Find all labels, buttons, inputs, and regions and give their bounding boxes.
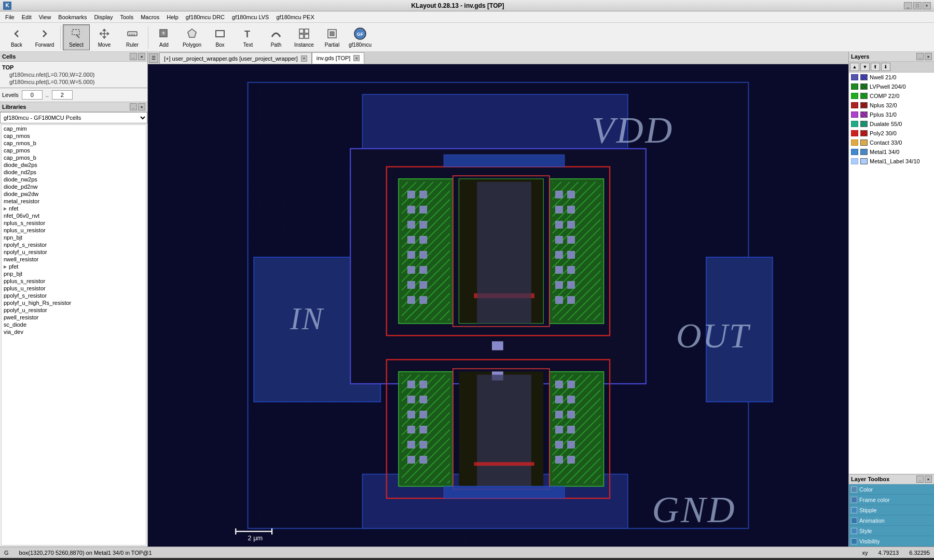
menu-view[interactable]: View [36,13,54,21]
menu-lvs[interactable]: gf180mcu LVS [229,13,272,21]
partial-button[interactable]: Partial [319,24,346,50]
libraries-minimize-button[interactable]: _ [130,103,137,110]
back-button[interactable]: Back [3,24,30,50]
add-button[interactable]: + Add [150,24,177,50]
text-button[interactable]: T Text [235,24,262,50]
list-item[interactable]: ppolyf_u_resistor [2,306,146,314]
list-item[interactable]: diode_nd2ps [2,169,146,176]
layer-toolbox-close-button[interactable]: × [925,475,932,483]
list-item[interactable]: nfet_06v0_nvt [2,212,146,219]
list-item[interactable]: npolyf_u_resistor [2,248,146,256]
close-button[interactable]: × [923,2,931,9]
layer-tool-animation[interactable]: Animation [849,515,934,526]
select-button[interactable]: Select [63,24,90,50]
cell-top[interactable]: TOP [2,64,145,71]
layer-nplus[interactable]: Nplus 32/0 [849,101,934,110]
list-item[interactable]: pwell_resistor [2,314,146,321]
box-button[interactable]: Box [207,24,233,50]
move-button[interactable]: Move [91,24,118,50]
list-item[interactable]: via_dev [2,328,146,335]
list-item-nfet[interactable]: nfet [2,205,146,212]
layers-close-button[interactable]: × [925,53,932,60]
menu-macros[interactable]: Macros [138,13,162,21]
list-item[interactable]: npn_bjt [2,234,146,241]
list-item[interactable]: metal_resistor [2,198,146,205]
cell-pfet[interactable]: gf180mcu.pfet(L=0.700,W=5.000) [2,78,145,86]
list-item[interactable]: diode_nw2ps [2,176,146,183]
list-item[interactable]: pplus_u_resistor [2,285,146,292]
menu-display[interactable]: Display [91,13,116,21]
list-item[interactable]: npolyf_s_resistor [2,241,146,248]
layer-bottom-button[interactable]: ⬇ [881,63,890,71]
levels-to-input[interactable] [52,90,73,100]
list-item[interactable]: nplus_u_resistor [2,227,146,234]
layers-minimize-button[interactable]: _ [916,53,924,60]
tab-close-inv[interactable]: × [353,55,360,61]
list-item[interactable]: diode_dw2ps [2,161,146,169]
menu-drc[interactable]: gf180mcu DRC [183,13,228,21]
list-item[interactable]: sc_diode [2,321,146,328]
list-item[interactable]: ppolyf_u_high_Rs_resistor [2,299,146,306]
path-label: Path [271,42,282,48]
libraries-header: Libraries _ × [0,102,147,112]
menu-pex[interactable]: gf180mcu PEX [273,13,317,21]
layer-up-button[interactable]: ▲ [850,63,859,71]
list-item[interactable]: pnp_bjt [2,270,146,277]
layer-dualate[interactable]: Dualate 55/0 [849,119,934,129]
tab-close-wrapper[interactable]: × [301,55,307,62]
list-item[interactable]: cap_mim [2,125,146,132]
list-item-pfet[interactable]: pfet [2,263,146,270]
layer-poly2[interactable]: Poly2 30/0 [849,129,934,138]
list-item[interactable]: diode_pd2nw [2,183,146,190]
layer-metal1[interactable]: Metal1 34/0 [849,147,934,157]
gf180mcu-button[interactable]: GF gf180mcu [347,24,374,50]
layer-nwell[interactable]: Nwell 21/0 [849,73,934,82]
menu-edit[interactable]: Edit [19,13,35,21]
gds-canvas[interactable]: IN OUT VDD GND 2 μm [148,64,848,547]
forward-button[interactable]: Forward [31,24,58,50]
minimize-button[interactable]: _ [904,2,912,9]
menu-file[interactable]: File [2,13,18,21]
list-item[interactable]: cap_pmos_b [2,154,146,161]
layer-down-button[interactable]: ▼ [860,63,870,71]
tab-menu-button[interactable]: ☰ [149,53,158,63]
list-item[interactable]: diode_pw2dw [2,190,146,198]
path-button[interactable]: Path [263,24,290,50]
menu-bookmarks[interactable]: Bookmarks [55,13,90,21]
maximize-button[interactable]: □ [913,2,922,9]
layer-tool-stipple[interactable]: Stipple [849,505,934,515]
list-item[interactable]: nwell_resistor [2,256,146,263]
layer-tool-frame-color[interactable]: Frame color [849,495,934,505]
list-item[interactable]: pplus_s_resistor [2,277,146,285]
libraries-close-button[interactable]: × [138,103,145,110]
list-item[interactable]: cap_nmos_b [2,139,146,147]
layer-top-button[interactable]: ⬆ [871,63,880,71]
cell-nfet[interactable]: gf180mcu.nfet(L=0.700,W=2.000) [2,71,145,78]
layer-tool-color[interactable]: Color [849,484,934,495]
tab-inv[interactable]: inv.gds [TOP] × [312,52,365,64]
layer-toolbox-minimize-button[interactable]: _ [916,475,924,483]
list-item[interactable]: cap_pmos [2,147,146,154]
layer-comp[interactable]: COMP 22/0 [849,91,934,101]
library-select[interactable]: gf180mcu - GF180MCU Pcells [0,112,147,123]
instance-button[interactable]: Instance [291,24,318,50]
window-controls[interactable]: _ □ × [904,2,931,9]
tab-wrapper-gds[interactable]: [+] user_project_wrapper.gds [user_proje… [159,52,312,64]
layer-pplus[interactable]: Pplus 31/0 [849,110,934,119]
cells-close-button[interactable]: × [138,53,145,60]
menu-help[interactable]: Help [163,13,182,21]
menu-tools[interactable]: Tools [117,13,136,21]
layer-tool-style[interactable]: Style [849,526,934,536]
list-item[interactable]: nplus_s_resistor [2,219,146,227]
levels-from-input[interactable] [22,90,43,100]
ruler-button[interactable]: Ruler [119,24,146,50]
polygon-button[interactable]: Polygon [178,24,205,50]
layer-tool-visibility[interactable]: Visibility [849,536,934,547]
layer-metal1-label[interactable]: Metal1_Label 34/10 [849,157,934,166]
layer-contact[interactable]: Contact 33/0 [849,138,934,147]
layer-pattern-pplus [860,111,868,118]
cells-minimize-button[interactable]: _ [130,53,137,60]
list-item[interactable]: ppolyf_s_resistor [2,292,146,299]
layer-lvpwell[interactable]: LVPwell 204/0 [849,82,934,91]
list-item[interactable]: cap_nmos [2,132,146,139]
